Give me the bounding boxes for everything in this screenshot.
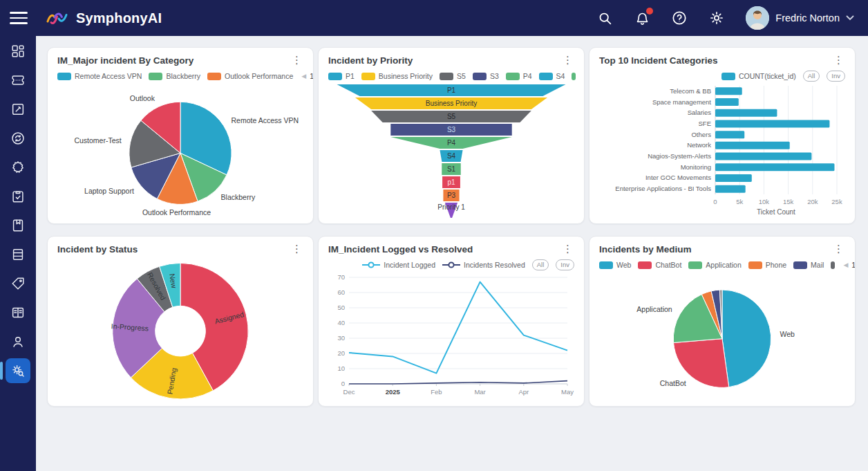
kebab-menu-icon[interactable]: ⋮	[561, 55, 574, 65]
legend-item[interactable]: Application	[688, 261, 741, 269]
legend-item[interactable]: Incidents Resolved	[442, 261, 525, 269]
sidebar-item-clipboard-check[interactable]	[6, 184, 30, 209]
kebab-menu-icon[interactable]: ⋮	[832, 244, 845, 254]
sidebar-item-tag[interactable]	[6, 271, 30, 296]
sidebar-item-sync[interactable]	[6, 126, 30, 151]
legend-item[interactable]: Outlook Performance	[207, 72, 293, 80]
bar-Others[interactable]	[715, 131, 744, 138]
pie-slice-Web[interactable]	[722, 290, 771, 387]
sidebar-item-bookmark[interactable]	[6, 213, 30, 238]
slice-label: Customer-Test	[74, 136, 121, 145]
legend-item[interactable]: Web	[599, 261, 631, 269]
all-pill-button[interactable]: All	[532, 259, 549, 270]
legend-swatch	[599, 261, 613, 269]
bar-category-label: Enterprise Applications - BI Tools	[615, 185, 711, 192]
legend-row: WebChatBotApplicationPhoneMail◀1/2▶AllIn…	[599, 259, 845, 270]
pager-prev-icon[interactable]: ◀	[843, 261, 848, 268]
sidebar-item-dashboard[interactable]	[6, 39, 30, 64]
legend-item[interactable]: COUNT(ticket_id)	[721, 72, 796, 80]
funnel-stage-label: Priority 1	[437, 203, 465, 211]
sidebar-item-server[interactable]	[6, 242, 30, 267]
bar-Network[interactable]	[715, 142, 790, 149]
legend-item[interactable]: ChatBot	[638, 261, 681, 269]
bar-Space management[interactable]	[715, 98, 739, 106]
bar-Monitoring[interactable]	[715, 163, 834, 171]
search-icon[interactable]	[596, 10, 613, 26]
legend-pager: ◀1/2▶	[584, 72, 585, 80]
x-tick-label: Mar	[474, 388, 485, 396]
kebab-menu-icon[interactable]: ⋮	[290, 244, 303, 254]
x-tick-label: Feb	[431, 388, 442, 396]
brand-name: SymphonyAI	[76, 10, 162, 26]
bar-category-label: Others	[691, 131, 711, 138]
line-series-incidents-resolved[interactable]	[349, 381, 567, 384]
ticket-icon	[10, 73, 26, 88]
help-icon[interactable]	[671, 10, 688, 26]
legend-swatch	[149, 73, 162, 80]
card-title: IM_Incident Logged vs Resolved	[328, 244, 473, 255]
pie-chart-major-incident: Remote Access VPNBlackberryOutlook Perfo…	[57, 83, 303, 218]
x-tick-label: 5k	[736, 198, 743, 205]
legend-item[interactable]: P4	[506, 72, 532, 80]
sidebar-item-badge[interactable]	[6, 155, 30, 180]
gear-icon[interactable]	[708, 10, 725, 26]
kebab-menu-icon[interactable]: ⋮	[832, 55, 845, 65]
legend-swatch	[207, 73, 221, 80]
notification-badge	[646, 8, 653, 15]
sidebar-item-user[interactable]	[6, 329, 30, 354]
sidebar-item-compose[interactable]	[6, 97, 30, 122]
inv-pill-button[interactable]: Inv	[556, 259, 574, 270]
kebab-menu-icon[interactable]: ⋮	[561, 244, 574, 254]
legend-swatch	[328, 73, 342, 80]
slice-label: Outlook Performance	[142, 208, 211, 216]
y-tick-label: 60	[337, 288, 345, 296]
legend-swatch	[748, 261, 762, 269]
slice-label: Web	[780, 330, 795, 338]
x-tick-label: 15k	[783, 198, 794, 205]
bar-SFE[interactable]	[715, 120, 829, 127]
bar-Salaries[interactable]	[715, 109, 777, 117]
legend-item[interactable]: Mail	[793, 261, 824, 269]
legend-swatch	[506, 73, 520, 80]
legend-item[interactable]	[831, 261, 835, 269]
legend-item[interactable]: Blackberry	[149, 72, 200, 80]
bar-Inter GOC Movements[interactable]	[715, 174, 752, 182]
sidebar-item-ticket[interactable]	[6, 68, 30, 93]
x-tick-label: 25k	[831, 198, 842, 205]
legend-item[interactable]: S4	[539, 72, 565, 80]
bar-Nagios-System-Alerts[interactable]	[715, 153, 811, 160]
pager-prev-icon[interactable]: ◀	[584, 73, 585, 80]
card-title: Incidents by Medium	[599, 244, 692, 255]
dashboard-icon	[10, 44, 26, 59]
pager-prev-icon[interactable]: ◀	[301, 73, 306, 80]
legend-item[interactable]: Remote Access VPN	[57, 72, 142, 80]
symphonyai-wave-icon	[46, 10, 70, 26]
line-series-incident-logged[interactable]	[349, 282, 567, 373]
bar-category-label: Salaries	[688, 109, 712, 116]
legend-item[interactable]: P1	[328, 72, 355, 80]
kebab-menu-icon[interactable]: ⋮	[290, 55, 303, 65]
funnel-stage-label: P1	[447, 86, 456, 94]
all-pill-button[interactable]: All	[803, 71, 820, 82]
legend-row: Incident LoggedIncidents ResolvedAllInv	[328, 259, 574, 270]
x-tick-label: 2025	[386, 388, 401, 396]
sidebar-item-book-open[interactable]	[6, 300, 30, 325]
legend-item[interactable]: Business Priority	[361, 72, 433, 80]
legend-item[interactable]: Incident Logged	[362, 261, 435, 269]
bookmark-icon	[10, 218, 26, 233]
sidebar-item-gear-search[interactable]	[6, 358, 30, 383]
card-title: IM_Major incident By Category	[57, 55, 194, 66]
bar-category-label: Inter GOC Movements	[645, 174, 711, 181]
legend-item[interactable]: S5	[440, 72, 466, 80]
bell-icon[interactable]	[634, 10, 650, 26]
legend-item[interactable]: S3	[473, 72, 499, 80]
user-menu[interactable]: Fredric Norton	[746, 6, 854, 30]
card-logged-vs-resolved: IM_Incident Logged vs Resolved⋮ Incident…	[318, 236, 585, 407]
inv-pill-button[interactable]: Inv	[827, 71, 845, 82]
legend-item[interactable]: Phone	[748, 261, 786, 269]
hamburger-menu-icon[interactable]	[10, 12, 28, 24]
bar-Enterprise Applications - BI Tools[interactable]	[715, 185, 746, 193]
legend-item[interactable]	[572, 73, 576, 80]
avatar[interactable]	[746, 6, 769, 30]
bar-Telecom & BB[interactable]	[715, 87, 742, 95]
